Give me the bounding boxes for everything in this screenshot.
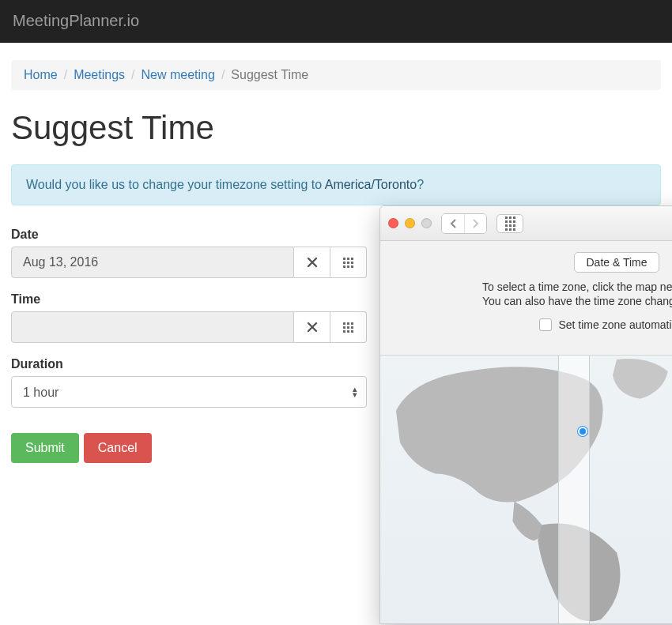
timezone-alert: Would you like us to change your timezon… (11, 164, 661, 205)
app-brand[interactable]: MeetingPlanner.io (13, 12, 139, 30)
instruction-line-1: To select a time zone, click the map nea… (396, 280, 672, 293)
calendar-icon (343, 258, 353, 268)
forward-button[interactable] (464, 214, 486, 233)
calendar-icon (343, 322, 353, 333)
alert-prefix: Would you like us to change your timezon… (26, 178, 325, 191)
date-clear-button[interactable] (294, 247, 330, 278)
auto-timezone-label: Set time zone automatically (558, 318, 672, 331)
cancel-button[interactable]: Cancel (84, 433, 152, 463)
navbar: MeetingPlanner.io (0, 0, 672, 43)
alert-timezone-link[interactable]: America/Toronto (325, 178, 417, 191)
time-clear-button[interactable] (294, 311, 330, 343)
window-zoom-button[interactable] (421, 218, 432, 228)
window-controls (388, 218, 432, 228)
window-minimize-button[interactable] (405, 218, 415, 228)
chevron-right-icon (472, 219, 479, 228)
breadcrumb: Home / Meetings / New meeting / Suggest … (11, 60, 661, 90)
show-all-button[interactable] (496, 214, 523, 233)
location-pin-icon (578, 427, 587, 436)
tab-date-time[interactable]: Date & Time (574, 252, 659, 273)
breadcrumb-meetings[interactable]: Meetings (74, 68, 125, 82)
breadcrumb-home[interactable]: Home (24, 68, 58, 82)
timezone-map[interactable] (380, 355, 672, 623)
date-picker-button[interactable] (330, 247, 367, 278)
macos-prefs-window: Date & Time To select a time zone, click… (379, 205, 672, 624)
duration-select[interactable]: 1 hour (11, 376, 367, 408)
breadcrumb-active: Suggest Time (231, 68, 308, 82)
breadcrumb-new-meeting[interactable]: New meeting (142, 68, 215, 82)
prefs-tabbar: Date & Time (380, 241, 672, 280)
world-map-graphic (380, 356, 672, 623)
breadcrumb-separator: / (58, 68, 74, 82)
breadcrumb-separator: / (125, 68, 141, 82)
breadcrumb-separator: / (215, 68, 231, 82)
alert-suffix: ? (417, 178, 424, 191)
grid-icon (505, 216, 515, 231)
back-button[interactable] (442, 214, 464, 233)
window-close-button[interactable] (388, 218, 398, 228)
chevron-left-icon (450, 219, 457, 228)
page-title: Suggest Time (11, 109, 661, 147)
nav-segment (441, 213, 487, 234)
instruction-line-2: You can also have the time zone change a… (396, 295, 672, 307)
date-input[interactable] (11, 247, 294, 278)
macos-toolbar (380, 206, 672, 241)
time-picker-button[interactable] (330, 311, 367, 343)
auto-timezone-checkbox[interactable] (539, 318, 552, 331)
time-input[interactable] (11, 311, 294, 343)
close-icon (307, 322, 318, 333)
submit-button[interactable]: Submit (11, 433, 79, 463)
timezone-highlight-band (558, 355, 590, 623)
prefs-body: To select a time zone, click the map nea… (380, 280, 672, 355)
close-icon (307, 257, 318, 268)
